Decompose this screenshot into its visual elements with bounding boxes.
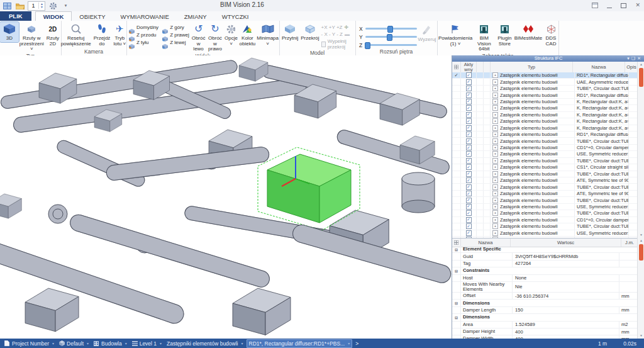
collapse-group-icon[interactable]: ⊟: [452, 246, 461, 252]
row-active-checkbox[interactable]: ✓: [461, 72, 477, 78]
collapse-group-icon[interactable]: ⊟: [452, 267, 461, 274]
row-active-checkbox[interactable]: ✓: [461, 138, 477, 143]
chevron-down-icon[interactable]: ▾: [52, 341, 54, 345]
slider-thumb[interactable]: [387, 26, 393, 33]
view-preset-z-góry[interactable]: Z góry: [162, 24, 189, 31]
row-active-checkbox[interactable]: ✓: [461, 171, 477, 177]
wyzeruj-button[interactable]: Wyzeruj: [417, 23, 437, 43]
row-typ[interactable]: +Zastępnik elementu budowli: [491, 184, 575, 189]
checkbox-checked-icon[interactable]: ✓: [466, 72, 472, 78]
minimapa-button[interactable]: Minimapa ˅: [256, 22, 279, 47]
expand-icon[interactable]: +: [492, 112, 498, 118]
row-typ[interactable]: +Zastępnik elementu budowli: [491, 132, 575, 137]
row-active-checkbox[interactable]: ✓: [461, 217, 477, 223]
row-active-checkbox[interactable]: ✓: [461, 86, 477, 91]
ifc-tree-row[interactable]: ✓+Zastępnik elementu budowliUSE, Symmetr…: [452, 204, 638, 210]
property-row[interactable]: Area1.524589m2: [452, 322, 638, 328]
axis-minus-row[interactable]: - X - Y - Z▬: [321, 31, 355, 37]
ifc-tree-row[interactable]: ✓+Zastępnik elementu budowliTUBE*, Circu…: [452, 223, 638, 230]
breadcrumb-item[interactable]: RD1*, Rectangular diffuser:RD1*+PBS...▾: [247, 339, 353, 348]
ifc-tree-row[interactable]: ✓+Zastępnik elementu budowliTUBE*, Circu…: [452, 210, 638, 216]
row-nazwa[interactable]: TUBE*, Circular duct:TUBE*,...: [575, 223, 629, 229]
expand-icon[interactable]: +: [492, 72, 498, 78]
row-active-checkbox[interactable]: ✓: [461, 230, 477, 236]
row-active-checkbox[interactable]: ✓: [461, 132, 477, 137]
checkbox-checked-icon[interactable]: ✓: [466, 158, 472, 164]
expand-icon[interactable]: +: [492, 171, 498, 177]
row-nazwa[interactable]: TUBE*, Circular duct:TUBE*,...: [575, 138, 629, 143]
row-typ[interactable]: +Zastępnik elementu budowli: [491, 158, 575, 164]
obroc-w-prawo-button[interactable]: ↻ Obróć w prawo: [206, 22, 223, 53]
ifc-tree-row[interactable]: ✓+Zastępnik elementu budowliUSE, Symmetr…: [452, 151, 638, 157]
expand-icon[interactable]: +: [492, 177, 498, 183]
row-typ[interactable]: +Zastępnik elementu budowli: [491, 230, 575, 236]
checkbox-checked-icon[interactable]: ✓: [466, 151, 472, 157]
row-typ[interactable]: +Zastępnik elementu budowli: [491, 92, 575, 98]
property-group-row[interactable]: ⊟Constraints: [452, 267, 638, 274]
powiadomienia-button[interactable]: Powiadomienia (1) ˅: [438, 22, 472, 47]
expand-icon[interactable]: +: [492, 79, 498, 85]
property-row[interactable]: Guid3VrQ5fT4H8SeY9$cHRRMdb: [452, 253, 638, 260]
property-row[interactable]: Moves With Nearby ElementsNie: [452, 282, 638, 293]
axis-plus-row[interactable]: +X +Y +Z✚: [321, 25, 355, 30]
property-row[interactable]: Damper Height400mm: [452, 328, 638, 335]
floor-spread-slider-y[interactable]: Y: [359, 34, 417, 40]
property-value[interactable]: 427264: [513, 261, 619, 267]
row-nazwa[interactable]: CD1*+0, Circular damper:C...: [575, 145, 629, 150]
bimestimate-button[interactable]: BIMestiMate: [514, 22, 543, 42]
ifc-tree-row[interactable]: ✓+Zastępnik elementu budowliUAE, Asymmet…: [452, 79, 638, 85]
checkbox-checked-icon[interactable]: ✓: [466, 230, 472, 236]
row-active-checkbox[interactable]: ✓: [461, 92, 477, 98]
expand-icon[interactable]: +: [492, 164, 498, 170]
property-value[interactable]: -36 610.256374: [513, 293, 619, 299]
viewport-3d[interactable]: [0, 55, 452, 339]
ifc-tree-row[interactable]: ✓+Zastępnik elementu budowliTUBE*, Circu…: [452, 197, 638, 203]
checkbox-checked-icon[interactable]: ✓: [466, 223, 472, 229]
property-row[interactable]: HostNone: [452, 275, 638, 282]
row-nazwa[interactable]: K, Rectangular duct:K, a=50...: [575, 105, 629, 111]
row-nazwa[interactable]: TUBE*, Circular duct:TUBE*,...: [575, 184, 629, 189]
ifc-tree-row[interactable]: ✓+Zastępnik elementu budowliTUBE*, Circu…: [452, 158, 638, 164]
expand-icon[interactable]: +: [492, 105, 498, 111]
property-value[interactable]: 400: [513, 328, 619, 335]
row-nazwa[interactable]: UAE, Asymmetric reducer:U...: [575, 79, 629, 84]
floor-spread-slider-z[interactable]: Z: [359, 42, 417, 48]
row-nazwa[interactable]: RD1*, Rectangular diffuser:...: [575, 132, 629, 137]
row-nazwa[interactable]: USE, Symmetric reducer:USE...: [575, 230, 629, 236]
row-typ[interactable]: +Zastępnik elementu budowli: [491, 145, 575, 150]
row-nazwa[interactable]: RD1*, Rectangular diffuser:...: [575, 72, 629, 78]
ifc-tree-row[interactable]: ✓✓+Zastępnik elementu budowliRD1*, Recta…: [452, 72, 638, 79]
row-active-checkbox[interactable]: ✓: [461, 151, 477, 157]
expand-icon[interactable]: +: [492, 230, 498, 236]
checkbox-checked-icon[interactable]: ✓: [466, 184, 472, 190]
row-active-checkbox[interactable]: ✓: [461, 158, 477, 164]
row-nazwa[interactable]: K, Rectangular duct:K, a=50...: [575, 125, 629, 131]
ifc-tree-row[interactable]: ✓+Zastępnik elementu budowliCD1*+0, Circ…: [452, 145, 638, 151]
chevron-down-icon[interactable]: ▾: [87, 341, 89, 345]
restore-icon[interactable]: [621, 3, 626, 8]
checkbox-checked-icon[interactable]: ✓: [466, 177, 472, 183]
minimize-icon[interactable]: [607, 3, 612, 8]
row-typ[interactable]: +Zastępnik elementu budowli: [491, 151, 575, 157]
property-value[interactable]: 1.524589: [513, 322, 619, 328]
expand-icon[interactable]: +: [492, 118, 498, 124]
ifc-tree-row[interactable]: ✓+Zastępnik elementu budowliRD1*, Rectan…: [452, 92, 638, 98]
row-nazwa[interactable]: ATE, Symmetric tee of 90 de...: [575, 177, 629, 183]
slider-thumb[interactable]: [365, 42, 370, 49]
expand-icon[interactable]: +: [492, 86, 498, 91]
panel-title-bar[interactable]: Struktura IFC ▾❏✕: [452, 55, 644, 62]
expand-icon[interactable]: +: [492, 210, 498, 216]
expand-icon[interactable]: +: [492, 198, 498, 203]
ifc-tree-row[interactable]: ✓+Zastępnik elementu budowliATE, Symmetr…: [452, 191, 638, 197]
row-nazwa[interactable]: TUBE*, Circular duct:TUBE*,...: [575, 197, 629, 203]
row-typ[interactable]: +Zastępnik elementu budowli: [491, 164, 575, 170]
tab-plik[interactable]: PLIK: [0, 11, 31, 21]
ifc-tree-row[interactable]: ✓+Zastępnik elementu budowliTUBE*, Circu…: [452, 171, 638, 177]
breadcrumb-item[interactable]: Zastępniki elementów budowli▾: [165, 340, 245, 347]
row-nazwa[interactable]: K, Rectangular duct:K, a=50...: [575, 118, 629, 124]
column-aktywny[interactable]: Akty wny: [461, 62, 477, 72]
checkbox-checked-icon[interactable]: ✓: [466, 118, 472, 124]
slider-track[interactable]: [365, 44, 417, 46]
row-nazwa[interactable]: RD1*, Rectangular diffuser:...: [575, 92, 629, 98]
chevron-down-icon[interactable]: ▾: [348, 341, 350, 345]
